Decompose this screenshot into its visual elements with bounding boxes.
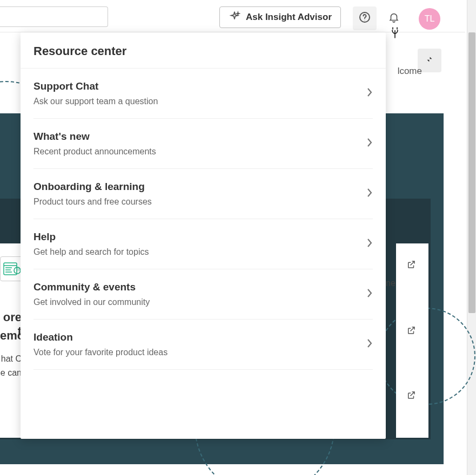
right-card-partial [396, 243, 428, 438]
rc-item-desc: Ask our support team a question [33, 97, 158, 106]
chevron-right-icon [366, 138, 373, 150]
rc-item-desc: Product tours and free courses [33, 197, 152, 207]
resource-center-popover: Resource center Support Chat Ask our sup… [21, 32, 386, 439]
rc-item-support-chat[interactable]: Support Chat Ask our support team a ques… [33, 69, 373, 119]
rc-item-ideation[interactable]: Ideation Vote for your favorite product … [33, 320, 373, 370]
avatar-initials: TL [425, 14, 435, 24]
resource-center-header: Resource center [21, 32, 386, 69]
rc-item-desc: Vote for your favorite product ideas [33, 348, 167, 357]
sparkle-icon [229, 10, 240, 25]
external-link-icon[interactable] [406, 390, 417, 401]
top-bar: Ask Insight Advisor TL [0, 0, 465, 32]
rc-item-desc: Get help and search for topics [33, 247, 149, 257]
notifications-button[interactable] [382, 6, 406, 30]
vertical-scrollbar-track[interactable] [467, 0, 476, 475]
compress-icon [425, 55, 434, 66]
svg-point-1 [364, 19, 365, 20]
help-button[interactable] [353, 6, 377, 30]
ask-insight-advisor-label: Ask Insight Advisor [246, 12, 332, 23]
rc-item-desc: Get involved in our community [33, 297, 150, 307]
chevron-right-icon [366, 288, 373, 300]
rc-item-help[interactable]: Help Get help and search for topics [33, 219, 373, 269]
rc-item-community-events[interactable]: Community & events Get involved in our c… [33, 269, 373, 320]
rc-item-title: Support Chat [33, 80, 158, 92]
rc-item-onboarding-learning[interactable]: Onboarding & learning Product tours and … [33, 169, 373, 219]
external-link-icon[interactable] [406, 259, 417, 270]
rc-item-title: Ideation [33, 331, 167, 343]
rc-item-title: Onboarding & learning [33, 181, 152, 193]
svg-marker-3 [427, 60, 430, 62]
welcome-text-partial: lcome [398, 66, 422, 77]
rc-item-title: What's new [33, 131, 156, 142]
chevron-right-icon [366, 238, 373, 250]
user-avatar[interactable]: TL [419, 8, 440, 30]
card-desc-partial: e can [0, 368, 22, 378]
ask-insight-advisor-button[interactable]: Ask Insight Advisor [219, 6, 341, 28]
rc-item-whats-new[interactable]: What's new Recent product announcements [33, 119, 373, 169]
help-icon [358, 11, 371, 26]
resource-center-title: Resource center [33, 44, 373, 58]
vertical-scrollbar-thumb[interactable] [468, 32, 475, 313]
resource-center-list: Support Chat Ask our support team a ques… [21, 69, 386, 439]
right-card-text-partial: ne [386, 279, 395, 288]
card-title-partial: emo [0, 329, 22, 343]
card-desc-partial: hat C [0, 354, 22, 364]
chevron-right-icon [366, 188, 373, 200]
chevron-right-icon [366, 87, 373, 99]
external-link-icon[interactable] [406, 325, 417, 336]
rc-item-title: Help [33, 231, 149, 243]
bell-icon [388, 11, 400, 25]
chevron-right-icon [366, 338, 373, 350]
search-input[interactable] [0, 6, 108, 27]
rc-item-title: Community & events [33, 281, 150, 293]
rc-item-desc: Recent product announcements [33, 147, 156, 157]
